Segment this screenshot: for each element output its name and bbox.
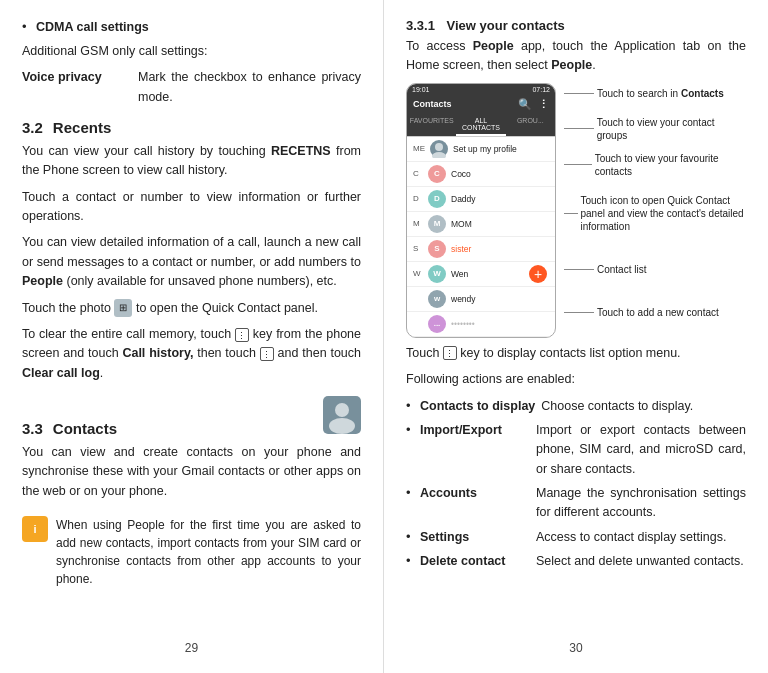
action-delete-contact-content: Delete contact Select and delete unwante… [420,552,744,571]
contact-m-name: MOM [451,219,472,229]
right-column: 3.3.1 View your contacts To access Peopl… [384,0,768,673]
section-recents-title: 3.2 Recents [22,119,361,136]
contact-d-avatar: D [428,190,446,208]
annotation-favourites-text: Touch to view your favourite contacts [595,152,746,178]
annotation-add-contact: Touch to add a new contact [564,306,746,319]
contact-wendy-name: wendy [451,294,476,304]
svg-point-2 [329,418,355,434]
section-contacts-title: 3.3 Contacts [22,396,361,437]
annotation-add-contact-row: Touch to add a new contact [564,306,746,319]
annotation-favourites: Touch to view your favourite contacts [564,152,746,178]
cdma-bullet: • CDMA call settings [22,18,361,37]
cdma-title: CDMA call settings [36,18,149,37]
contacts-section-icon [323,396,361,437]
annotation-groups: Touch to view your contact groups [564,116,746,142]
annotation-contact-list-row: Contact list [564,263,746,276]
phone-status-right: 07:12 [532,86,550,93]
left-column: • CDMA call settings Additional GSM only… [0,0,384,673]
key-note: Touch ⋮ key to display contacts list opt… [406,344,746,363]
phone-contact-w: W W Wen + [407,262,555,287]
phone-tabs: FAVOURITES ALL CONTACTS GROU... [407,114,555,137]
action-contacts-display-term: Contacts to display [420,397,535,416]
recents-para2: Touch a contact or number to view inform… [22,188,361,227]
actions-list: • Contacts to display Choose contacts to… [406,397,746,577]
recents-para5: To clear the entire call memory, touch ⋮… [22,325,361,383]
annotation-contact-list-text: Contact list [597,263,646,276]
search-icon: 🔍 [518,98,532,111]
contacts-para1: You can view and create contacts on your… [22,443,361,501]
view-contacts-header: 3.3.1 View your contacts [406,18,746,33]
annotation-contact-list: Contact list [564,263,746,276]
recents-num: 3.2 [22,119,43,136]
annotation-line-add-contact [564,312,594,313]
contact-d-name: Daddy [451,194,476,204]
action-delete-contact-term: Delete contact [420,552,530,571]
contacts-label: Contacts [53,420,117,437]
annotation-search-row: Touch to search in Contacts [564,87,746,100]
annotation-line-quick-contact [564,213,578,214]
annotation-line-groups [564,128,594,129]
annotation-quick-contact-text: Touch icon to open Quick Contact panel a… [581,194,747,233]
contact-c-avatar: C [428,165,446,183]
phone-status-bar: 19:01 07:12 [407,84,555,95]
svg-text:i: i [33,523,36,535]
contact-last-name: •••••••• [451,319,475,329]
action-delete-contact: • Delete contact Select and delete unwan… [406,552,746,571]
action-import-export-content: Import/Export Import or export contacts … [420,421,746,479]
left-page-number: 29 [22,633,361,655]
me-avatar [430,140,448,158]
action-settings: • Settings Access to contact display set… [406,528,746,547]
page-container: • CDMA call settings Additional GSM only… [0,0,768,673]
recents-para4: Touch the photo ⊞ to open the Quick Cont… [22,299,361,318]
phone-tab-groups: GROU... [506,114,555,136]
phone-contact-s: S S sister [407,237,555,262]
bullet-dot: • [22,18,36,37]
phone-tab-all-contacts: ALL CONTACTS [456,114,505,136]
action-accounts-term: Accounts [420,484,530,523]
bullet-dot-1: • [406,421,420,479]
action-accounts-content: Accounts Manage the synchronisation sett… [420,484,746,523]
phone-app-actions: 🔍 ⋮ [518,98,549,111]
phone-contact-c: C C Coco [407,162,555,187]
contact-last-avatar: ... [428,315,446,333]
action-settings-desc: Access to contact display settings. [536,528,726,547]
action-settings-term: Settings [420,528,530,547]
recents-para1: You can view your call history by touchi… [22,142,361,181]
phone-contact-wendy: w wendy [407,287,555,312]
annotation-groups-text: Touch to view your contact groups [597,116,746,142]
voice-privacy-term: Voice privacy [22,68,132,107]
phone-status-left: 19:01 [412,86,430,93]
annotation-quick-contact: Touch icon to open Quick Contact panel a… [564,194,746,233]
phone-app-bar: Contacts 🔍 ⋮ [407,95,555,114]
tip-icon: i [22,516,48,542]
annotation-line-search [564,93,594,94]
annotation-line-favourites [564,164,592,165]
right-page-number: 30 [406,633,746,655]
bullet-dot-0: • [406,397,420,416]
annotation-search-text: Touch to search in Contacts [597,87,724,100]
contact-wendy-avatar: w [428,290,446,308]
contact-w-name: Wen [451,269,468,279]
svg-point-5 [435,143,443,151]
action-contacts-display-desc: Choose contacts to display. [541,397,693,416]
add-contact-fab: + [529,265,547,283]
contact-s-name: sister [451,244,471,254]
action-accounts: • Accounts Manage the synchronisation se… [406,484,746,523]
action-delete-contact-desc: Select and delete unwanted contacts. [536,552,744,571]
bullet-dot-4: • [406,552,420,571]
recents-para3: You can view detailed information of a c… [22,233,361,291]
contact-c-name: Coco [451,169,471,179]
following-actions: Following actions are enabled: [406,370,746,389]
view-contacts-intro: To access People app, touch the Applicat… [406,37,746,76]
annotation-quick-contact-row: Touch icon to open Quick Contact panel a… [564,194,746,233]
view-contacts-num: 3.3.1 [406,18,435,33]
svg-point-6 [432,152,446,158]
annotation-add-contact-text: Touch to add a new contact [597,306,719,319]
phone-mockup: 19:01 07:12 Contacts 🔍 ⋮ FAVOURITES ALL … [406,83,556,338]
action-import-export-desc: Import or export contacts between phone,… [536,421,746,479]
action-import-export-term: Import/Export [420,421,530,479]
phone-contact-last: ... •••••••• [407,312,555,337]
annotation-line-contact-list [564,269,594,270]
tip-box: i When using People for the first time y… [22,516,361,595]
bullet-dot-3: • [406,528,420,547]
